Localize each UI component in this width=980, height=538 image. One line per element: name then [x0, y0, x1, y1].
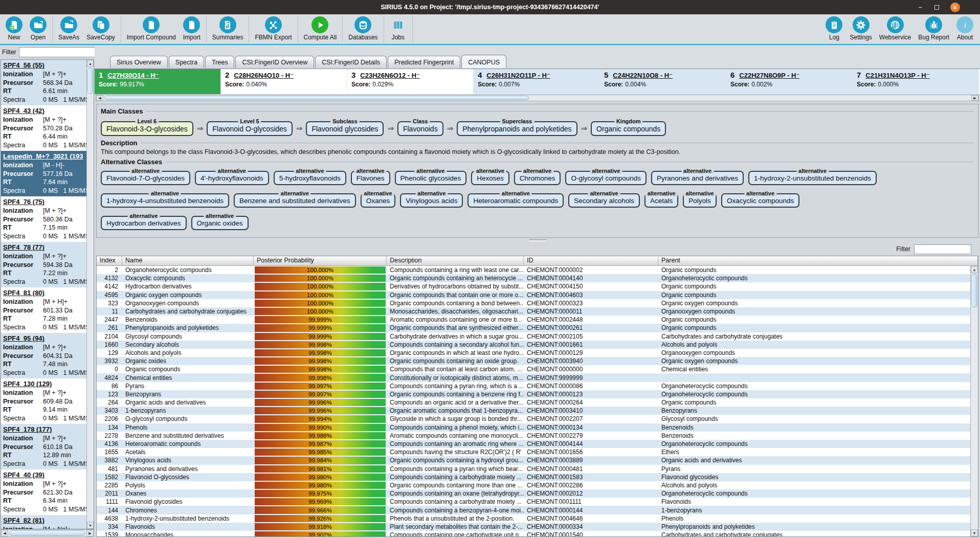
- alternative-class-oxanes[interactable]: Oxanesalternative: [361, 193, 396, 208]
- alternative-class-vinylogous-acids[interactable]: Vinylogous acidsalternative: [400, 193, 463, 208]
- table-row[interactable]: 86Pyrans99.997%Compounds containing a py…: [97, 382, 978, 390]
- minimize-button[interactable]: –: [914, 0, 927, 14]
- alternative-class-oxacyclic-compounds[interactable]: Oxacyclic compoundsalternative: [721, 193, 799, 208]
- alternative-class-4-hydroxyflavonoids[interactable]: 4'-hydroxyflavonoidsalternative: [195, 171, 269, 185]
- candidate-formula[interactable]: C23H26N6O12 - H⁻: [360, 72, 420, 79]
- tab-csi-fingerid-details[interactable]: CSI:FingerID Details: [315, 56, 387, 68]
- table-row[interactable]: 334Flavonoids99.918%Plant secondary meta…: [97, 523, 978, 531]
- toolbar-import-compound[interactable]: Import Compound: [123, 15, 180, 44]
- tab-sirius-overview[interactable]: Sirius Overview: [110, 56, 168, 68]
- toolbar-webservice[interactable]: Webservice: [876, 15, 915, 44]
- table-row[interactable]: 2447Benzenoids99.999%Aromatic compounds …: [97, 316, 978, 324]
- tab-csi-fingerid-overview[interactable]: CSI:FingerID Overview: [235, 56, 314, 68]
- candidate-scrollbar-thumb[interactable]: [104, 96, 529, 100]
- toolbar-saveas[interactable]: SaveAs: [55, 15, 83, 44]
- alternative-class-heteroaromatic-compounds[interactable]: Heteroaromatic compoundsalternative: [467, 193, 564, 208]
- compound-item[interactable]: SPF4_95 (94)Ionization[M + ?]+Precursor6…: [1, 333, 86, 378]
- sidebar-hscroll-thumb[interactable]: [9, 530, 85, 536]
- splitter[interactable]: [95, 238, 980, 242]
- candidate-formula[interactable]: C26H31N2O11P - H⁻: [486, 72, 550, 79]
- close-button[interactable]: x: [948, 0, 962, 14]
- alternative-class-chromones[interactable]: Chromonesalternative: [514, 171, 561, 185]
- alternative-class-polyols[interactable]: Polyolsalternative: [683, 193, 717, 208]
- table-vertical-scrollbar[interactable]: ▲ ▼: [970, 266, 978, 536]
- compound-item[interactable]: SPF4_78 (77)Ionization[M + ?]+Precursor5…: [1, 242, 86, 287]
- column-header-posterior-probability[interactable]: Posterior Probability: [254, 256, 387, 265]
- class-box-flavonoid-o-glycosides[interactable]: Flavonoid O-glycosidesLevel 5: [207, 121, 293, 136]
- toolbar-compute-all[interactable]: Compute All: [300, 15, 341, 44]
- sidebar-vertical-scrollbar[interactable]: ▲ ▼: [86, 60, 94, 529]
- table-row[interactable]: 4595Organic oxygen compounds100.000%Orga…: [97, 291, 978, 299]
- table-row[interactable]: 2Organoheterocyclic compounds100.000%Com…: [97, 266, 978, 274]
- compound-item[interactable]: SPF4_43 (42)Ionization[M + ?]+Precursor5…: [1, 105, 86, 151]
- alternative-class-organic-oxides[interactable]: Organic oxidesalternative: [191, 216, 249, 230]
- toolbar-settings[interactable]: Settings: [846, 15, 875, 44]
- compound-item[interactable]: SPF4_40 (39)Ionization[M + ?]+Precursor6…: [1, 469, 86, 515]
- candidate-card[interactable]: 6C22H27N8O9P - H⁻Score:0.002%: [726, 69, 853, 94]
- table-row[interactable]: 1539Monosaccharides99.907%Compounds cont…: [97, 531, 978, 536]
- table-row[interactable]: 481Pyranones and derivatives99.981%Compo…: [97, 465, 978, 473]
- alternative-class-1-hydroxy-4-unsubstituted-benzenoids[interactable]: 1-hydroxy-4-unsubstituted benzenoidsalte…: [101, 193, 229, 208]
- compound-item[interactable]: SPF4_81 (80)Ionization[M + H]+Precursor6…: [1, 287, 86, 333]
- table-row[interactable]: 1582Flavonoid O-glycosides99.980%Compoun…: [97, 473, 978, 481]
- candidate-card[interactable]: 3C23H26N6O12 - H⁻Score:0.029%: [347, 69, 474, 94]
- table-row[interactable]: 3932Organic oxides99.998%Organic compoun…: [97, 357, 978, 365]
- table-row[interactable]: 2011Oxanes99.975%Compounds containing an…: [97, 489, 978, 498]
- alternative-class-5-hydroxyflavonoids[interactable]: 5-hydroxyflavonoidsalternative: [274, 171, 346, 185]
- table-row[interactable]: 34031-benzopyrans99.996%Organic aromatic…: [97, 407, 978, 415]
- scroll-left-icon[interactable]: ◀: [1, 530, 8, 536]
- alternative-class-flavones[interactable]: Flavonesalternative: [351, 171, 390, 185]
- alternative-class-pyranones-and-derivatives[interactable]: Pyranones and derivativesalternative: [651, 171, 744, 185]
- class-box-organic-compounds[interactable]: Organic compoundsKingdom: [591, 121, 666, 136]
- candidate-card[interactable]: 7C21H31N4O13P - H⁻Score:0.000%: [853, 69, 979, 94]
- tab-canopus[interactable]: CANOPUS: [461, 55, 506, 68]
- table-row[interactable]: 264Organic acids and derivatives99.996%C…: [97, 398, 978, 407]
- toolbar-summaries[interactable]: Summaries: [209, 15, 247, 44]
- table-row[interactable]: 4142Hydrocarbon derivatives100.000%Deriv…: [97, 282, 978, 290]
- candidate-scroll-left-icon[interactable]: ◀: [96, 95, 103, 101]
- table-row[interactable]: 2285Polyols99.980%Organic compounds cont…: [97, 481, 978, 489]
- alternative-class-acetals[interactable]: Acetalsalternative: [644, 193, 678, 208]
- candidate-card[interactable]: 5C24H22N10O8 - H⁻Score:0.004%: [600, 69, 726, 94]
- class-box-flavonoids[interactable]: FlavonoidsClass: [397, 121, 443, 136]
- tab-trees[interactable]: Trees: [205, 56, 235, 68]
- toolbar-fbmn-export[interactable]: FBMN Export: [251, 15, 295, 44]
- table-row[interactable]: 1655Acetals99.985%Compounds having the s…: [97, 448, 978, 456]
- table-row[interactable]: 2278Benzene and substituted derivatives9…: [97, 432, 978, 440]
- toolbar-savecopy[interactable]: SaveCopy: [83, 15, 118, 44]
- sidebar-horizontal-scrollbar[interactable]: ◀ ▶: [1, 529, 94, 537]
- alternative-class-hexoses[interactable]: Hexosesalternative: [471, 171, 509, 185]
- compound-item[interactable]: SPF4_56 (55)Ionization[M + ?]+Precursor5…: [1, 60, 86, 105]
- sidebar-scrollbar-thumb[interactable]: [87, 68, 93, 94]
- toolbar-open[interactable]: Open: [26, 15, 50, 44]
- column-header-id[interactable]: ID: [524, 256, 658, 265]
- compound-item[interactable]: SPF4_130 (129)Ionization[M + ?]+Precurso…: [1, 378, 86, 424]
- compound-item[interactable]: SPF4_178 (177)Ionization[M + ?]+Precurso…: [1, 424, 86, 469]
- alternative-class-phenolic-glycosides[interactable]: Phenolic glycosidesalternative: [395, 171, 467, 185]
- candidate-formula[interactable]: C24H22N10O8 - H⁻: [613, 72, 673, 79]
- table-row[interactable]: 2206O-glycosyl compounds99.994%Glycoside…: [97, 415, 978, 423]
- table-row[interactable]: 123Benzopyrans99.997%Organic compounds c…: [97, 390, 978, 398]
- table-row[interactable]: 1111Flavonoid glycosides99.969%Compounds…: [97, 498, 978, 506]
- sidebar-filter-input[interactable]: [19, 47, 102, 57]
- tab-predicted-fingerprint[interactable]: Predicted Fingerprint: [388, 56, 460, 68]
- alternative-class-hydrocarbon-derivatives[interactable]: Hydrocarbon derivativesalternative: [101, 216, 187, 230]
- toolbar-jobs[interactable]: Jobs: [386, 15, 410, 44]
- class-box-phenylpropanoids-and-polyketides[interactable]: Phenylpropanoids and polyketidesSupercla…: [457, 121, 577, 136]
- table-row[interactable]: 4136Heteroaromatic compounds99.987%Compo…: [97, 440, 978, 448]
- alternative-class-benzene-and-substituted-derivatives[interactable]: Benzene and substituted derivativesalter…: [234, 193, 356, 208]
- candidate-formula[interactable]: C28H26N4O10 - H⁻: [234, 72, 294, 79]
- table-scroll-down-icon[interactable]: ▼: [971, 529, 978, 536]
- alternative-class-o-glycosyl-compounds[interactable]: O-glycosyl compoundsalternative: [565, 171, 647, 185]
- table-row[interactable]: 0Organic compounds99.998%Compounds that …: [97, 365, 978, 373]
- alternative-class-flavonoid-7-o-glycosides[interactable]: Flavonoid-7-O-glycosidesalternative: [101, 171, 190, 185]
- candidate-card[interactable]: 2C28H26N4O10 - H⁻Score:0.040%: [221, 69, 347, 94]
- scroll-up-icon[interactable]: ▲: [87, 60, 94, 67]
- table-row[interactable]: 2104Glycosyl compounds99.999%Carbohydrat…: [97, 332, 978, 341]
- toolbar-about[interactable]: iAbout: [953, 15, 977, 44]
- table-row[interactable]: 129Alcohols and polyols99.998%Organic co…: [97, 349, 978, 357]
- compound-item[interactable]: Lespedin_M+?_3021 (193Ionization[M - H]-…: [1, 151, 86, 196]
- table-row[interactable]: 261Phenylpropanoids and polyketides99.99…: [97, 324, 978, 332]
- table-row[interactable]: 46381-hydroxy-2-unsubstituted benzenoids…: [97, 514, 978, 523]
- table-filter-input[interactable]: [914, 244, 971, 254]
